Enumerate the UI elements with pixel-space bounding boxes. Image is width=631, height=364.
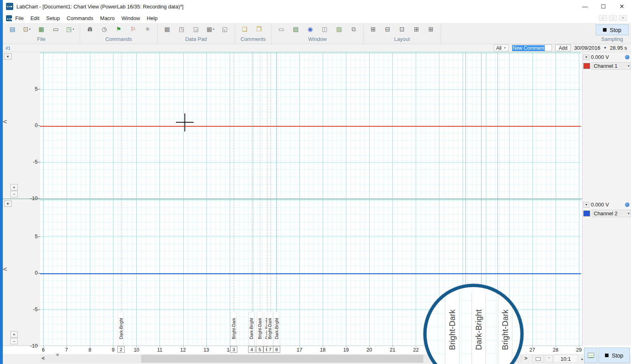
channel1-ytick--10: -10 (22, 195, 38, 201)
channel2-color-swatch[interactable] (583, 210, 590, 216)
blank-window-icon[interactable]: ▭ (277, 26, 285, 33)
sampling-group-label: Sampling (601, 36, 623, 42)
comment-label-2[interactable]: Dark-Bright (118, 312, 124, 346)
comment-label-5[interactable]: Bright-Dark (257, 312, 263, 346)
save-file-icon[interactable]: ▦ (37, 26, 45, 33)
image-window-icon[interactable]: ▨ (335, 26, 343, 33)
time-dropdown-icon[interactable]: ▼ (603, 46, 607, 50)
scroll-left-icon[interactable]: < (42, 355, 45, 361)
ribbon-toolbar: ▤⊡▾▦▭◳▾File⋒◷⚑⚐✳Commands▦◳◲▦▾◱Data Pad❏❐… (3, 24, 631, 44)
channel1-scale-buttons: + − (10, 184, 18, 198)
add-comment-button[interactable]: Add (555, 44, 571, 51)
menu-help[interactable]: Help (147, 15, 158, 21)
comment-filter-value: All (496, 45, 502, 51)
mdi-restore-button[interactable]: ▫ (609, 15, 617, 21)
datapad-column-icon[interactable]: ◲ (192, 26, 200, 33)
stimulate-icon[interactable]: ✳ (144, 26, 152, 33)
xtick-12: 12 (177, 347, 189, 353)
comment-controls: All ▼ New Comment Add 30/09/2016 ▼ 28.95… (494, 44, 631, 51)
find-icon[interactable]: ⋒ (86, 26, 94, 33)
channel1-scale-dropdown[interactable]: ▼ (4, 53, 12, 60)
channel2-name-box[interactable]: Channel 2 ▾ (592, 210, 631, 217)
layout-left-icon[interactable]: ⊞ (413, 26, 421, 33)
comment-number-2[interactable]: 2 (117, 346, 125, 353)
channel2-scale-plus-button[interactable]: + (10, 331, 18, 338)
channel1-value-dropdown[interactable]: ▼ (583, 55, 589, 60)
channel1-rate-icon[interactable] (625, 55, 629, 59)
channel2-value-dropdown[interactable]: ▼ (583, 202, 589, 208)
stop-sampling-button[interactable]: Stop (596, 24, 629, 35)
xtick-6: 6 (37, 347, 49, 353)
window-title: LabChart - [Document1: Chart View (Power… (16, 4, 184, 10)
minimize-button[interactable]: — (576, 0, 594, 13)
layout-overlay-icon[interactable]: ⊡ (398, 26, 406, 33)
menu-edit[interactable]: Edit (30, 15, 39, 21)
channel1-name-box[interactable]: Channel 1 ▾ (592, 62, 631, 70)
scroll-to-end-button[interactable] (532, 355, 544, 362)
channel1-scale-plus-button[interactable]: + (10, 184, 18, 190)
comment-number-4[interactable]: 4 (248, 346, 255, 353)
ribbon-group-commands: ⋒◷⚑⚐✳Commands (80, 24, 158, 44)
channel2-rate-icon[interactable] (625, 202, 629, 207)
macro-icon[interactable]: ◷ (100, 26, 108, 33)
ribbon-group-label: Data Pad (163, 36, 229, 42)
chart-view-icon[interactable]: ▧ (292, 26, 300, 33)
zoom-view-icon[interactable]: ◉ (306, 26, 314, 33)
layout-rows-icon[interactable]: ⊟ (384, 26, 392, 33)
datapad-options-icon[interactable]: ▦▾ (206, 26, 214, 33)
menu-macro[interactable]: Macro (100, 15, 115, 21)
channel2-scale-buttons: + − (10, 331, 18, 345)
layout-bottom-icon[interactable]: ⊞ (427, 26, 435, 33)
edit-comment-icon[interactable]: ❏ (241, 26, 249, 33)
comment-filter-dropdown[interactable]: All ▼ (494, 44, 509, 51)
menu-setup[interactable]: Setup (46, 15, 60, 21)
comment-label-7[interactable]: Bright-Dark (267, 312, 273, 346)
add-comment-icon[interactable]: ❐ (255, 26, 263, 33)
scrollbar-thumb[interactable] (141, 355, 423, 363)
menu-file[interactable]: File (15, 15, 24, 21)
close-button[interactable]: ✕ (613, 0, 631, 13)
compression-decrease-button[interactable]: ⌃ (545, 355, 553, 362)
channel1-scale-minus-button[interactable]: − (10, 191, 18, 197)
comment-label-3[interactable]: Bright-Dark (231, 312, 237, 346)
comment-number-3[interactable]: 3 (230, 346, 237, 353)
new-file-icon[interactable]: ▤ (8, 26, 16, 33)
new-comment-input[interactable]: New Comment (512, 44, 552, 51)
channel2-header: ▼ 0.000 V Channel 2 ▾ (582, 200, 631, 217)
start-flag-icon[interactable]: ⚑ (115, 26, 123, 33)
comment-number-5[interactable]: 5 (256, 346, 263, 353)
print-icon[interactable]: ▭ (52, 26, 60, 33)
stop-flag-icon[interactable]: ⚐ (129, 26, 137, 33)
collapse-axis-icon[interactable]: « (55, 354, 60, 356)
add-to-datapad-icon[interactable]: ◳ (178, 26, 186, 33)
comment-label-4[interactable]: Dark-Bright (249, 312, 255, 346)
layout-quad-icon[interactable]: ⊞ (369, 26, 377, 33)
duplicate-window-icon[interactable]: ⧉ (350, 26, 358, 33)
comment-label-8[interactable]: Dark-Bright (273, 312, 279, 346)
ribbon-group-label: File (8, 36, 74, 42)
comment-number-8[interactable]: 8 (273, 346, 280, 353)
ribbon-group-label: Layout (369, 36, 435, 42)
export-icon[interactable]: ◳▾ (66, 26, 74, 33)
xy-view-icon[interactable]: ◫ (321, 26, 329, 33)
channel2-scale-minus-button[interactable]: − (10, 338, 18, 344)
mdi-close-button[interactable]: ✕ (619, 15, 627, 21)
channel1-name: Channel 1 (594, 63, 617, 69)
channel2-scale-dropdown[interactable]: ▼ (4, 200, 12, 207)
mdi-minimize-button[interactable]: – (599, 15, 607, 21)
comment-line-4 (252, 53, 252, 346)
compression-ratio[interactable]: 10:1 (554, 355, 578, 363)
open-file-icon[interactable]: ⊡▾ (23, 26, 31, 33)
datapad-view-icon[interactable]: ◱ (221, 26, 229, 33)
channel1-color-swatch[interactable] (583, 63, 590, 69)
scroll-right-icon[interactable]: > (524, 355, 528, 361)
stop-button-bottom[interactable]: Stop (599, 348, 630, 363)
maximize-button[interactable]: ☐ (594, 0, 613, 13)
menu-window[interactable]: Window (121, 15, 140, 21)
xtick-mark (43, 346, 44, 347)
labchart-app-icon (6, 3, 13, 10)
channel-divider[interactable] (3, 198, 582, 199)
scope-view-button[interactable] (584, 348, 597, 363)
datapad-table-icon[interactable]: ▦ (163, 26, 171, 33)
menu-commands[interactable]: Commands (67, 15, 93, 21)
